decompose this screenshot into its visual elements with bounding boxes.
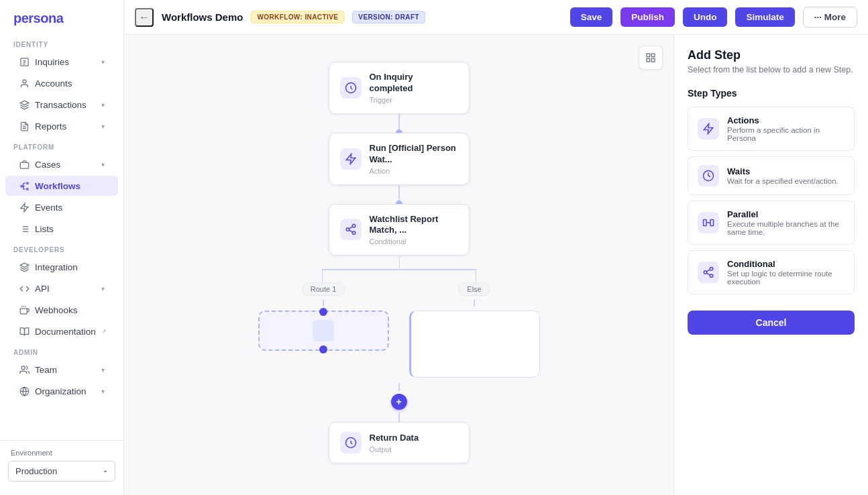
panel-title: Add Step — [688, 48, 855, 62]
output-node[interactable]: Return Data Output — [329, 422, 470, 463]
action-node[interactable]: Run [Official] Person Wat... Action — [329, 133, 470, 185]
conditional-node-sub: Conditional — [370, 237, 458, 245]
svg-marker-24 — [346, 154, 356, 164]
cancel-button[interactable]: Cancel — [688, 311, 855, 335]
branch-labels: Route 1 Else — [245, 256, 553, 378]
action-node-content: Run [Official] Person Wat... Action — [370, 143, 458, 175]
step-type-conditional-name: Conditional — [727, 259, 845, 269]
sidebar-item-accounts[interactable]: Accounts — [5, 73, 118, 93]
workflow-status-badge: WORKFLOW: INACTIVE — [251, 11, 344, 23]
simulate-button[interactable]: Simulate — [735, 7, 794, 27]
action-node-sub: Action — [370, 167, 458, 175]
step-type-conditional-content: Conditional Set up logic to determine ro… — [727, 259, 845, 286]
workflow-canvas: On Inquiry completed Trigger Run [Offici… — [124, 35, 673, 495]
webhooks-icon — [19, 305, 30, 315]
svg-point-35 — [710, 268, 713, 271]
sidebar-item-lists[interactable]: Lists — [5, 219, 118, 239]
svg-point-37 — [710, 274, 713, 278]
undo-button[interactable]: Undo — [683, 7, 728, 27]
parallel-icon — [698, 212, 719, 233]
sidebar-item-webhooks[interactable]: Webhooks — [5, 300, 118, 320]
sidebar-item-workflows[interactable]: Workflows — [5, 176, 118, 196]
app-logo: persona — [0, 0, 123, 34]
team-icon — [19, 364, 30, 375]
svg-point-3 — [20, 185, 22, 187]
accounts-icon — [19, 78, 30, 89]
output-node-icon — [340, 432, 362, 453]
output-node-sub: Output — [370, 445, 419, 453]
svg-marker-31 — [704, 124, 713, 134]
merge-connector — [398, 383, 400, 391]
documentation-icon — [19, 326, 30, 337]
external-link-icon: ↗ — [101, 328, 107, 335]
svg-point-26 — [346, 228, 349, 231]
add-step-button[interactable]: + — [391, 394, 407, 410]
else-box[interactable] — [409, 311, 540, 378]
sidebar-item-events[interactable]: Events — [5, 197, 118, 217]
chevron-down-icon: ▾ — [101, 161, 105, 168]
trigger-node-sub: Trigger — [370, 96, 458, 104]
panel-subtitle: Select from the list below to add a new … — [688, 65, 855, 74]
transactions-icon — [19, 99, 30, 110]
sidebar: persona IDENTITY Inquiries ▾ Accounts Tr… — [0, 0, 124, 495]
branch-right-v — [476, 269, 476, 282]
lists-icon — [19, 223, 30, 234]
step-type-parallel-desc: Execute multiple branches at the same ti… — [727, 220, 845, 236]
sidebar-item-label: Workflows — [35, 181, 80, 191]
integration-icon — [19, 262, 30, 272]
step-types-title: Step Types — [688, 88, 855, 99]
step-type-parallel[interactable]: Parallel Execute multiple branches at th… — [688, 201, 855, 245]
inquiries-icon — [19, 56, 30, 67]
action-node-icon — [340, 148, 362, 170]
step-type-waits[interactable]: Waits Wait for a specified event/action. — [688, 156, 855, 195]
sidebar-item-label: Cases — [35, 160, 60, 170]
svg-line-29 — [349, 227, 352, 229]
events-icon — [19, 202, 30, 213]
sidebar-item-label: Reports — [35, 121, 66, 131]
sidebar-item-api[interactable]: API ▾ — [5, 278, 118, 298]
step-type-actions[interactable]: Actions Perform a specific action in Per… — [688, 107, 855, 151]
more-button[interactable]: ··· More — [803, 7, 857, 28]
trigger-node[interactable]: On Inquiry completed Trigger — [329, 62, 470, 114]
right-panel: Add Step Select from the list below to a… — [673, 35, 868, 495]
sidebar-item-reports[interactable]: Reports ▾ — [5, 116, 118, 136]
back-button[interactable]: ← — [135, 8, 154, 27]
admin-section-label: ADMIN — [0, 342, 123, 359]
publish-button[interactable]: Publish — [620, 7, 675, 27]
sidebar-item-documentation[interactable]: Documentation ↗ — [5, 321, 118, 341]
platform-section-label: PLATFORM — [0, 137, 123, 154]
svg-point-36 — [704, 271, 707, 274]
sidebar-item-organization[interactable]: Organization ▾ — [5, 381, 118, 401]
developers-section-label: DEVELOPERS — [0, 239, 123, 256]
step-type-parallel-content: Parallel Execute multiple branches at th… — [727, 209, 845, 236]
reports-icon — [19, 121, 30, 131]
merge-area — [245, 383, 553, 391]
branch-h-line — [322, 269, 476, 270]
svg-line-28 — [349, 231, 352, 233]
sidebar-item-label: Lists — [35, 224, 54, 234]
sidebar-item-transactions[interactable]: Transactions ▾ — [5, 95, 118, 115]
chevron-down-icon: ▾ — [101, 101, 105, 109]
svg-rect-2 — [20, 162, 29, 168]
environment-label: Environment — [8, 449, 115, 457]
identity-section-label: IDENTITY — [0, 34, 123, 51]
else-connector — [474, 300, 475, 307]
step-type-conditional[interactable]: Conditional Set up logic to determine ro… — [688, 250, 855, 294]
connector-1 — [398, 114, 400, 133]
dashed-node[interactable] — [258, 311, 389, 351]
sidebar-item-integration[interactable]: Integration — [5, 257, 118, 277]
svg-marker-6 — [20, 203, 28, 212]
sidebar-item-inquiries[interactable]: Inquiries ▾ — [5, 52, 118, 72]
chevron-down-icon: ▾ — [101, 123, 105, 130]
environment-select[interactable]: Production Sandbox — [8, 461, 115, 482]
sidebar-item-label: Inquiries — [35, 57, 69, 67]
sidebar-item-label: Accounts — [35, 78, 72, 89]
sidebar-item-cases[interactable]: Cases ▾ — [5, 154, 118, 174]
sidebar-item-team[interactable]: Team ▾ — [5, 360, 118, 380]
step-type-actions-content: Actions Perform a specific action in Per… — [727, 115, 845, 142]
waits-icon — [698, 165, 719, 186]
save-button[interactable]: Save — [570, 7, 613, 27]
step-type-conditional-desc: Set up logic to determine route executio… — [727, 270, 845, 286]
step-type-waits-content: Waits Wait for a specified event/action. — [727, 166, 838, 185]
conditional-node[interactable]: Watchlist Report Match, ... Conditional — [329, 204, 470, 256]
